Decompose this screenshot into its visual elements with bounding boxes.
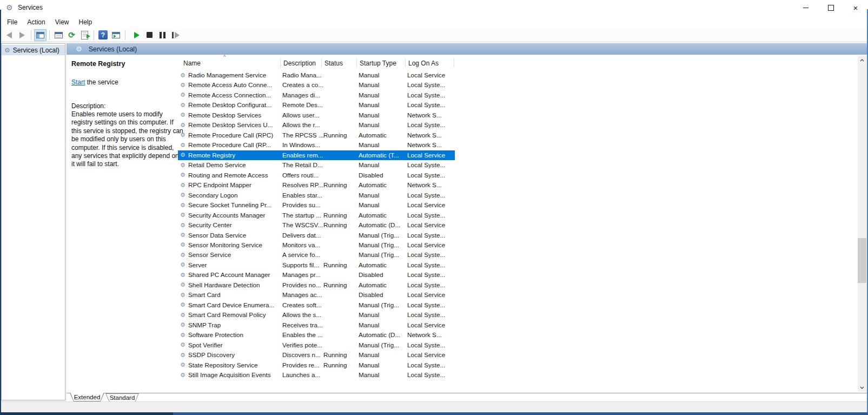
service-description-cell: Offers routi... [282,172,319,179]
service-row[interactable]: ⚙ Remote Registry Enables rem... Automat… [178,150,455,160]
toolbar: ⟳ ? [0,28,868,42]
service-row[interactable]: ⚙ Software Protection Enables the ... Au… [178,330,455,340]
export-list-button[interactable] [78,29,91,41]
service-action-line: Start the service [71,78,118,86]
column-divider[interactable] [356,58,357,68]
service-row[interactable]: ⚙ Remote Procedure Call (RP... In Window… [178,140,455,150]
vertical-scrollbar[interactable] [858,56,866,392]
scroll-up-button[interactable] [858,56,866,64]
service-description-cell: Allows the r... [282,121,320,128]
taskbar-strip [0,412,868,415]
close-button[interactable]: × [843,0,868,16]
minimize-button[interactable] [793,0,818,16]
menu-bar: File Action View Help [0,16,868,28]
pause-service-button[interactable] [156,29,169,41]
service-startup-type-cell: Manual (Trig... [359,301,399,308]
menu-view[interactable]: View [50,17,74,28]
menu-help[interactable]: Help [74,17,97,28]
menu-file[interactable]: File [2,17,22,28]
column-divider[interactable] [405,58,406,68]
service-row[interactable]: ⚙ Shared PC Account Manager Manages pr..… [178,270,455,280]
service-row[interactable]: ⚙ Remote Procedure Call (RPC) The RPCSS … [178,130,455,140]
column-header-log-on-as[interactable]: Log On As [408,60,439,67]
service-row[interactable]: ⚙ Smart Card Device Enumera... Creates s… [178,300,455,310]
service-action-suffix: the service [85,78,118,86]
scroll-down-button[interactable] [858,383,866,392]
service-row[interactable]: ⚙ Remote Desktop Services Allows user...… [178,110,455,120]
start-service-link[interactable]: Start [71,78,85,86]
column-header-startup-type[interactable]: Startup Type [360,60,396,67]
help-button[interactable]: ? [97,29,109,41]
tab-extended[interactable]: Extended [70,393,104,401]
panel-header-band: ⚙ Services (Local) [67,43,867,55]
service-row[interactable]: ⚙ Smart Card Manages ac... Disabled Loca… [178,290,455,300]
service-row[interactable]: ⚙ Still Image Acquisition Events Launche… [178,370,455,380]
service-gear-icon: ⚙ [180,341,185,348]
service-row[interactable]: ⚙ Security Accounts Manager The startup … [178,210,455,220]
service-row[interactable]: ⚙ Radio Management Service Radio Mana...… [178,70,455,80]
service-row[interactable]: ⚙ Sensor Data Service Delivers dat... Ma… [178,230,455,240]
service-gear-icon: ⚙ [180,131,185,138]
service-log-on-as-cell: Local Syste... [407,121,445,128]
refresh-button[interactable]: ⟳ [65,29,78,41]
service-row[interactable]: ⚙ SNMP Trap Receives tra... Manual Local… [178,320,455,330]
service-row[interactable]: ⚙ Secure Socket Tunneling Pr... Provides… [178,200,455,210]
service-name-cell: Shared PC Account Manager [188,271,270,278]
service-row[interactable]: ⚙ SSDP Discovery Discovers n... Running … [178,350,455,360]
service-status-cell: Running [323,221,347,228]
service-row[interactable]: ⚙ Smart Card Removal Policy Allows the s… [178,310,455,320]
forward-button[interactable] [16,29,28,41]
service-row[interactable]: ⚙ Shell Hardware Detection Provides no..… [178,280,455,290]
minimize-icon [803,8,809,8]
service-name-cell: Retail Demo Service [188,161,246,168]
start-service-button[interactable] [130,29,143,41]
maximize-button[interactable] [818,0,843,16]
column-header-description[interactable]: Description [283,60,316,67]
service-gear-icon: ⚙ [180,232,185,238]
service-row[interactable]: ⚙ Security Center The WSCSV... Running A… [178,220,455,230]
service-name-cell: State Repository Service [188,361,258,368]
tab-standard[interactable]: Standard [105,393,139,402]
column-header-status[interactable]: Status [324,60,343,67]
service-gear-icon: ⚙ [180,361,185,368]
service-log-on-as-cell: Network S... [407,141,442,148]
column-divider[interactable] [321,58,322,68]
service-description-cell: Delivers dat... [282,232,321,239]
column-divider[interactable] [280,58,281,68]
properties-button[interactable] [52,29,65,41]
service-gear-icon: ⚙ [180,192,185,198]
scrollbar-thumb[interactable] [858,238,866,283]
column-header-name[interactable]: Name [183,60,201,67]
service-row[interactable]: ⚙ Secondary Logon Enables star... Manual… [178,190,455,200]
service-row[interactable]: ⚙ State Repository Service Provides re..… [178,360,455,370]
service-row[interactable]: ⚙ Sensor Service A service fo... Manual … [178,250,455,260]
service-row[interactable]: ⚙ Remote Desktop Services U... Allows th… [178,120,455,130]
service-row[interactable]: ⚙ Retail Demo Service The Retail D... Ma… [178,160,455,170]
show-action-pane-button[interactable] [110,29,122,41]
service-row[interactable]: ⚙ Sensor Monitoring Service Monitors va.… [178,240,455,250]
stop-service-button[interactable] [143,29,156,41]
service-row[interactable]: ⚙ Remote Access Connection... Manages di… [178,90,455,100]
description-heading: Description: [71,102,105,110]
service-row[interactable]: ⚙ Server Supports fil... Running Automat… [178,260,455,270]
service-description-cell: Radio Mana... [282,71,322,78]
service-description-cell: Enables rem... [282,151,323,159]
back-button[interactable] [3,29,15,41]
service-name-cell: Remote Desktop Services [188,111,261,118]
service-log-on-as-cell: Local Service [407,71,445,78]
service-row[interactable]: ⚙ Remote Access Auto Conne... Creates a … [178,80,455,90]
service-row[interactable]: ⚙ Remote Desktop Configurat... Remote De… [178,100,455,110]
column-divider[interactable] [454,58,454,68]
panel-header-title: Services (Local) [89,45,137,53]
menu-action[interactable]: Action [22,17,50,28]
service-row[interactable]: ⚙ Routing and Remote Access Offers routi… [178,170,455,180]
service-status-cell: Running [323,181,347,188]
show-console-tree-button[interactable] [34,29,47,41]
restart-service-button[interactable] [169,29,182,41]
service-status-cell: Running [323,281,347,288]
service-row[interactable]: ⚙ RPC Endpoint Mapper Resolves RP... Run… [178,180,455,190]
tree-item-services-local[interactable]: ⚙ Services (Local) [2,45,65,55]
service-startup-type-cell: Manual [359,351,379,358]
service-row[interactable]: ⚙ Spot Verifier Verifies pote... Manual … [178,340,455,350]
service-startup-type-cell: Manual [359,371,379,378]
